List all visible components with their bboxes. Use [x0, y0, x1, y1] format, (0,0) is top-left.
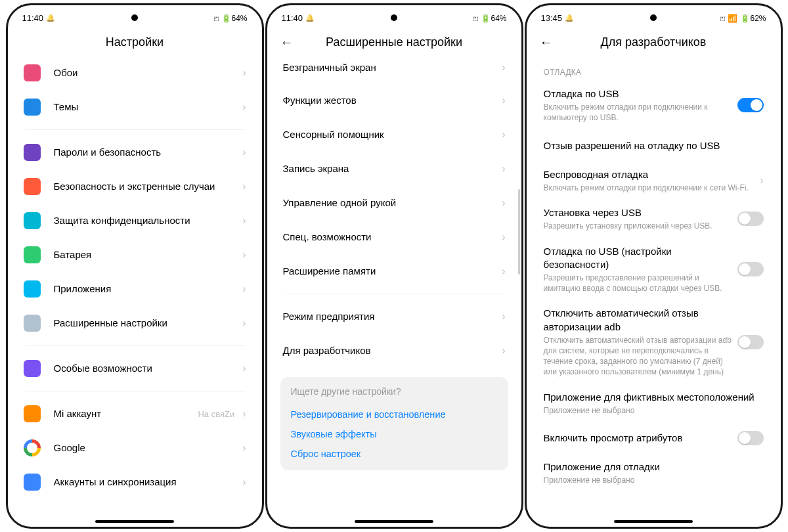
home-indicator[interactable] — [355, 520, 433, 523]
settings-item[interactable]: Отзыв разрешений на отладку по USB — [532, 130, 776, 162]
content: Обои›Темы›Пароли и безопасность›Безопасн… — [8, 56, 262, 518]
settings-item[interactable]: Аккаунты и синхронизация› — [13, 465, 257, 499]
settings-item[interactable]: Для разработчиков› — [273, 334, 516, 368]
status-time: 13:45 — [541, 13, 563, 23]
settings-item[interactable]: Темы› — [13, 90, 257, 124]
chevron-right-icon: › — [502, 95, 505, 106]
item-icon — [24, 315, 41, 332]
settings-item[interactable]: Функции жестов› — [273, 83, 516, 118]
item-title: Особые возможности — [54, 362, 238, 375]
item-title: Включить просмотр атрибутов — [544, 432, 737, 445]
settings-item[interactable]: Управление одной рукой› — [273, 186, 516, 220]
item-title: Отладка по USB — [544, 87, 737, 100]
home-indicator[interactable] — [614, 520, 693, 523]
settings-item[interactable]: Приложения› — [13, 272, 257, 306]
settings-item[interactable]: Приложение для отладкиПриложение не выбр… — [532, 454, 776, 492]
settings-item[interactable]: Безопасность и экстренные случаи› — [13, 169, 257, 204]
item-title: Mi аккаунт — [54, 407, 198, 420]
back-button[interactable]: ← — [280, 35, 294, 50]
settings-item[interactable]: Беспроводная отладкаВключать режим отлад… — [532, 162, 776, 200]
item-subtitle: Включать режим отладки при подключении к… — [544, 183, 755, 193]
item-icon — [24, 474, 41, 491]
suggestion-link[interactable]: Сброс настроек — [291, 444, 498, 464]
settings-item[interactable]: Включить просмотр атрибутов — [532, 422, 776, 454]
settings-item[interactable]: Отладка по USB (настройки безопасности)Р… — [532, 238, 776, 301]
item-title: Google — [54, 441, 238, 454]
screen-header: ←Для разработчиков — [527, 26, 781, 56]
notification-icon: 🔔 — [305, 14, 315, 22]
item-title: Приложение для фиктивных местоположений — [544, 391, 764, 404]
item-icon — [24, 439, 41, 456]
chevron-right-icon: › — [242, 249, 246, 261]
phone-frame: 11:40🔔⏍🔋64%←Расширенные настройкиБезгран… — [265, 3, 523, 529]
item-title: Запись экрана — [283, 162, 497, 175]
settings-item[interactable]: Google› — [13, 431, 257, 465]
settings-item[interactable]: Отладка по USBВключить режим отладки при… — [532, 81, 776, 130]
back-button[interactable]: ← — [540, 35, 553, 50]
chevron-right-icon: › — [760, 175, 763, 187]
suggestion-link[interactable]: Звуковые эффекты — [291, 424, 498, 444]
home-indicator[interactable] — [95, 520, 174, 523]
scrollbar[interactable] — [518, 189, 520, 275]
phone-frame: 11:40🔔⏍🔋64%НастройкиОбои›Темы›Пароли и б… — [6, 3, 264, 529]
settings-item[interactable]: Отключить автоматический отзыв авторизац… — [532, 300, 776, 384]
battery-icon: ⏍ — [214, 14, 219, 23]
chevron-right-icon: › — [502, 231, 505, 243]
settings-item[interactable]: Сенсорный помощник› — [273, 118, 516, 152]
settings-item[interactable]: Mi аккаунтНа свяZи› — [13, 397, 257, 431]
item-icon — [24, 212, 41, 229]
settings-item[interactable]: Безграничный экран› — [273, 56, 516, 83]
settings-item[interactable]: Обои› — [13, 56, 257, 90]
settings-item[interactable]: Расширение памяти› — [273, 254, 516, 288]
item-title: Сенсорный помощник — [283, 128, 497, 141]
item-title: Батарея — [54, 248, 238, 261]
notification-icon: 🔔 — [565, 14, 574, 22]
settings-item[interactable]: Особые возможности› — [13, 351, 257, 386]
settings-item[interactable]: Запись экрана› — [273, 152, 516, 186]
status-battery: 🔋62% — [740, 14, 766, 23]
settings-item[interactable]: Режим предприятия› — [273, 299, 516, 334]
settings-item[interactable]: Пароли и безопасность› — [13, 135, 257, 169]
toggle-switch[interactable] — [737, 211, 764, 226]
status-battery: 🔋64% — [221, 14, 247, 23]
chevron-right-icon: › — [242, 317, 246, 329]
chevron-right-icon: › — [502, 62, 505, 74]
toggle-switch[interactable] — [737, 262, 764, 277]
suggestions-title: Ищете другие настройки? — [291, 386, 498, 397]
suggestion-link[interactable]: Резервирование и восстановление — [291, 405, 498, 424]
item-icon — [24, 360, 41, 377]
camera-notch — [131, 14, 138, 21]
toggle-switch[interactable] — [737, 335, 764, 349]
chevron-right-icon: › — [502, 311, 505, 322]
section-label: ОТЛАДКА — [532, 56, 776, 81]
item-title: Отключить автоматический отзыв авторизац… — [544, 307, 737, 334]
item-title: Темы — [54, 100, 238, 114]
status-time: 11:40 — [22, 13, 44, 23]
battery-icon: ⏍ — [473, 14, 478, 23]
toggle-switch[interactable] — [737, 98, 764, 112]
settings-item[interactable]: Установка через USBРазрешить установку п… — [532, 200, 776, 238]
chevron-right-icon: › — [242, 67, 246, 79]
divider — [25, 391, 245, 391]
item-title: Отладка по USB (настройки безопасности) — [544, 245, 737, 272]
settings-item[interactable]: Приложение для фиктивных местоположенийП… — [532, 384, 776, 422]
item-subtitle: Разрешить предоставление разрешений и им… — [544, 273, 737, 294]
settings-item[interactable]: Спец. возможности› — [273, 220, 516, 254]
toggle-switch[interactable] — [737, 431, 764, 445]
item-title: Безопасность и экстренные случаи — [54, 180, 238, 193]
chevron-right-icon: › — [242, 101, 246, 113]
settings-item[interactable]: Батарея› — [13, 238, 257, 272]
item-title: Расширенные настройки — [54, 317, 238, 330]
chevron-right-icon: › — [242, 146, 246, 158]
settings-item[interactable]: Расширенные настройки› — [13, 306, 257, 340]
item-title: Для разработчиков — [283, 344, 497, 357]
divider — [25, 345, 245, 346]
item-title: Безграничный экран — [283, 61, 497, 74]
notification-icon: 🔔 — [46, 14, 55, 22]
settings-item[interactable]: Защита конфиденциальности› — [13, 204, 257, 238]
divider — [284, 294, 504, 294]
item-value: На свяZи — [198, 409, 234, 419]
chevron-right-icon: › — [502, 197, 505, 209]
item-subtitle: Включить режим отладки при подключении к… — [544, 102, 737, 123]
item-title: Обои — [54, 66, 238, 79]
